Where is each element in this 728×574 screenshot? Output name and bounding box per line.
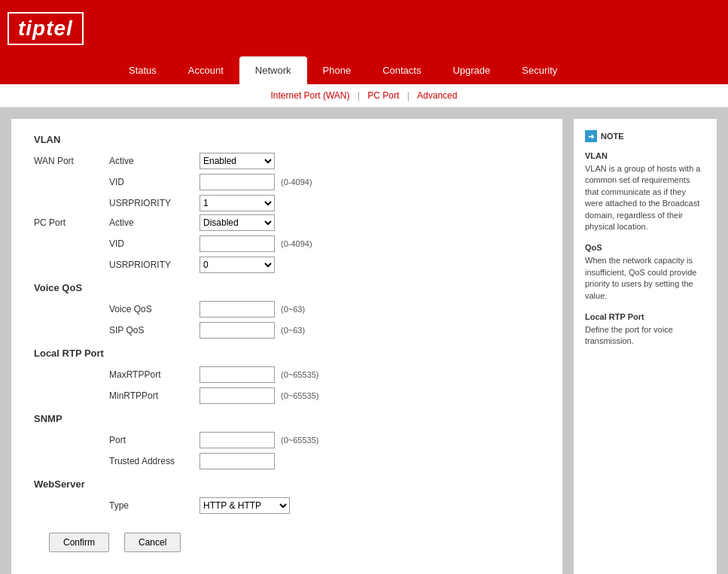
trusted-address-input[interactable] — [200, 453, 275, 469]
note-qos-text: When the network capacity is insufficien… — [585, 255, 705, 302]
vlan-section-title: VLAN — [34, 134, 540, 145]
voiceqos-input[interactable]: 40 — [200, 301, 275, 317]
wan-usrpriority-label: USRPRIORITY — [109, 198, 200, 208]
nav-upgrade[interactable]: Upgrade — [437, 56, 506, 84]
wan-active-select[interactable]: Enabled Disabled — [200, 153, 275, 169]
note-rtp-title: Local RTP Port — [585, 312, 705, 321]
sipqos-input[interactable]: 40 — [200, 322, 275, 339]
note-rtp-text: Define the port for voice transmission. — [585, 324, 705, 348]
pc-active-select[interactable]: Enabled Disabled — [200, 214, 275, 231]
wan-usrpriority-select[interactable]: 0123 — [200, 195, 275, 211]
wan-port-fields: Active Enabled Disabled VID 5 (0-4094) U… — [109, 153, 312, 211]
voiceqos-fields: Voice QoS 40 (0~63) SIP QoS 40 (0~63) — [109, 301, 305, 339]
wan-vid-label: VID — [109, 177, 200, 187]
wan-usrpriority-row: USRPRIORITY 0123 — [109, 195, 312, 211]
minrtp-label: MinRTPPort — [109, 390, 200, 401]
snmp-fields: Port (0~65535) Trusted Address — [109, 432, 318, 469]
wan-active-row: Active Enabled Disabled — [109, 153, 312, 169]
pc-port-fields: Active Enabled Disabled VID 0 (0-4094) U… — [109, 214, 312, 273]
minrtp-row: MinRTPPort 11780 (0~65535) — [109, 387, 318, 404]
header: tiptel — [0, 0, 728, 56]
sipqos-row: SIP QoS 40 (0~63) — [109, 322, 305, 339]
pc-usrpriority-row: USRPRIORITY 0123 — [109, 257, 312, 273]
snmp-port-range: (0~65535) — [281, 436, 318, 445]
pc-vid-row: VID 0 (0-4094) — [109, 235, 312, 252]
note-title: NOTE — [601, 132, 624, 141]
webserver-section-title: WebServer — [34, 478, 540, 490]
main-nav: Status Account Network Phone Contacts Up… — [0, 56, 728, 84]
sipqos-label: SIP QoS — [109, 325, 200, 336]
wan-active-label: Active — [109, 156, 200, 166]
nav-status[interactable]: Status — [113, 56, 172, 84]
maxrtp-input[interactable]: 11800 — [200, 366, 275, 383]
note-vlan: VLAN VLAN is a group of hosts with a com… — [585, 151, 705, 232]
note-icon: ➜ — [585, 130, 597, 142]
snmp-block: Port (0~65535) Trusted Address — [34, 432, 540, 469]
pc-port-label: PC Port — [34, 214, 109, 273]
note-vlan-title: VLAN — [585, 151, 705, 160]
nav-contacts[interactable]: Contacts — [367, 56, 437, 84]
subnav-advanced[interactable]: Advanced — [417, 90, 457, 101]
minrtp-input[interactable]: 11780 — [200, 387, 275, 404]
logo: tiptel — [8, 12, 84, 45]
pc-usrpriority-label: USRPRIORITY — [109, 260, 200, 270]
note-qos-title: QoS — [585, 243, 705, 252]
pc-active-row: Active Enabled Disabled — [109, 214, 312, 231]
webserver-type-row: Type HTTP & HTTP HTTPS only — [109, 497, 290, 514]
snmp-port-input[interactable] — [200, 432, 275, 448]
voiceqos-block: Voice QoS 40 (0~63) SIP QoS 40 (0~63) — [34, 301, 540, 339]
snmp-section-title: SNMP — [34, 413, 540, 424]
maxrtp-row: MaxRTPPort 11800 (0~65535) — [109, 366, 318, 383]
snmp-port-label: Port — [109, 435, 200, 445]
localrtp-block: MaxRTPPort 11800 (0~65535) MinRTPPort 11… — [34, 366, 540, 404]
wan-vid-row: VID 5 (0-4094) — [109, 174, 312, 190]
note-vlan-text: VLAN is a group of hosts with a common s… — [585, 163, 705, 232]
pc-active-label: Active — [109, 217, 200, 228]
pc-vid-label: VID — [109, 238, 200, 249]
webserver-type-select[interactable]: HTTP & HTTP HTTPS only — [200, 497, 290, 514]
wan-vid-range: (0-4094) — [281, 178, 312, 187]
confirm-button[interactable]: Confirm — [49, 533, 109, 552]
wan-port-label: WAN Port — [34, 153, 109, 211]
voiceqos-section-title: Voice QoS — [34, 282, 540, 293]
note-qos: QoS When the network capacity is insuffi… — [585, 243, 705, 302]
cancel-button[interactable]: Cancel — [124, 533, 181, 552]
maxrtp-label: MaxRTPPort — [109, 369, 200, 380]
subnav-pc-port[interactable]: PC Port — [367, 90, 399, 101]
voiceqos-range: (0~63) — [281, 305, 305, 314]
webserver-block: Type HTTP & HTTP HTTPS only — [34, 497, 540, 514]
nav-account[interactable]: Account — [172, 56, 239, 84]
main-wrapper: VLAN WAN Port Active Enabled Disabled VI… — [0, 108, 728, 574]
note-header: ➜ NOTE — [585, 130, 705, 142]
sipqos-range: (0~63) — [281, 326, 305, 335]
note-panel: ➜ NOTE VLAN VLAN is a group of hosts wit… — [574, 119, 717, 574]
pc-port-block: PC Port Active Enabled Disabled VID 0 (0… — [34, 214, 540, 273]
localrtp-section-title: Local RTP Port — [34, 348, 540, 359]
voiceqos-label: Voice QoS — [109, 304, 200, 314]
subnav-wan[interactable]: Internet Port (WAN) — [271, 90, 350, 101]
sub-nav: Internet Port (WAN) | PC Port | Advanced — [0, 84, 728, 108]
logo-text: tiptel — [18, 17, 73, 40]
trusted-address-row: Trusted Address — [109, 453, 318, 469]
button-row: Confirm Cancel — [34, 533, 540, 552]
minrtp-range: (0~65535) — [281, 391, 318, 400]
wan-vid-input[interactable]: 5 — [200, 174, 275, 190]
webserver-type-label: Type — [109, 500, 200, 511]
snmp-port-row: Port (0~65535) — [109, 432, 318, 448]
localrtp-fields: MaxRTPPort 11800 (0~65535) MinRTPPort 11… — [109, 366, 318, 404]
voiceqos-row: Voice QoS 40 (0~63) — [109, 301, 305, 317]
note-rtp: Local RTP Port Define the port for voice… — [585, 312, 705, 348]
pc-usrpriority-select[interactable]: 0123 — [200, 257, 275, 273]
nav-network[interactable]: Network — [239, 56, 307, 84]
webserver-fields: Type HTTP & HTTP HTTPS only — [109, 497, 290, 514]
nav-security[interactable]: Security — [506, 56, 573, 84]
pc-vid-input[interactable]: 0 — [200, 235, 275, 252]
nav-phone[interactable]: Phone — [307, 56, 367, 84]
wan-port-block: WAN Port Active Enabled Disabled VID 5 (… — [34, 153, 540, 211]
maxrtp-range: (0~65535) — [281, 370, 318, 379]
trusted-address-label: Trusted Address — [109, 456, 200, 466]
pc-vid-range: (0-4094) — [281, 239, 312, 248]
content-panel: VLAN WAN Port Active Enabled Disabled VI… — [11, 119, 562, 574]
